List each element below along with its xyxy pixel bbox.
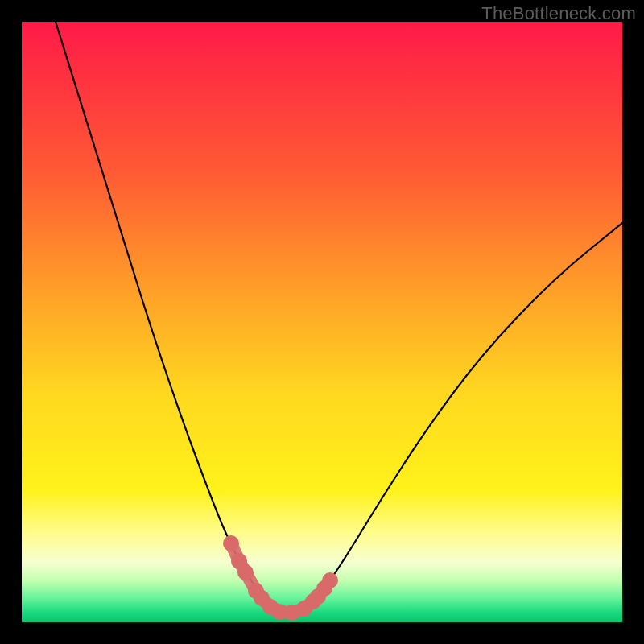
curve-layer bbox=[22, 22, 622, 622]
watermark-text: TheBottleneck.com bbox=[481, 3, 636, 24]
chart-frame bbox=[22, 22, 622, 622]
svg-point-3 bbox=[237, 564, 254, 580]
bottleneck-curve bbox=[56, 22, 622, 612]
svg-point-1 bbox=[223, 535, 239, 551]
highlight-segment bbox=[223, 535, 338, 621]
svg-point-13 bbox=[322, 572, 338, 588]
